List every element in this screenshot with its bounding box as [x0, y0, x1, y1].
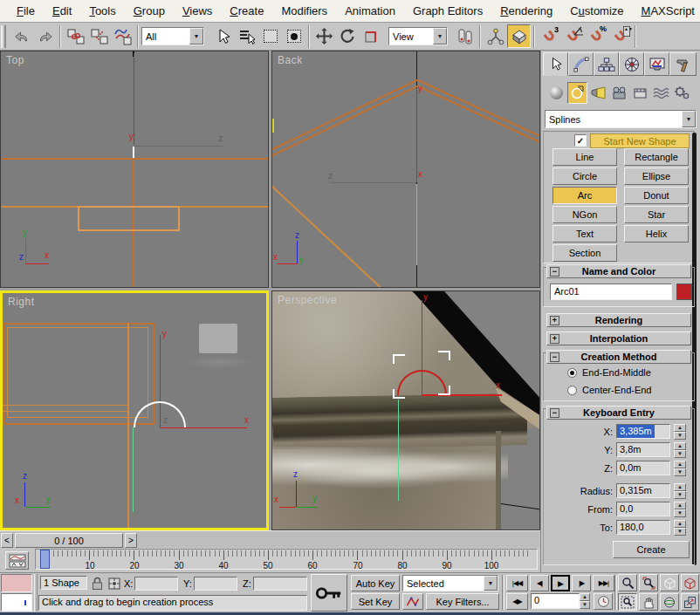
angle-snap-toggle-button[interactable]	[561, 24, 585, 48]
zoom-extents-button[interactable]	[660, 574, 679, 591]
dropdown-arrow-icon[interactable]: ▼	[682, 111, 696, 127]
arc-rotate-button[interactable]	[660, 593, 679, 611]
expand-icon[interactable]: +	[550, 334, 559, 344]
category-systems[interactable]	[672, 82, 692, 104]
create-button[interactable]: Create	[613, 541, 690, 558]
x-coord-field[interactable]	[134, 577, 178, 591]
next-frame-button[interactable]: |▶	[572, 575, 591, 591]
set-keys-button[interactable]	[311, 574, 347, 612]
auto-key-button[interactable]: Auto Key	[351, 575, 400, 591]
tab-motion[interactable]	[619, 52, 644, 76]
object-button-line[interactable]: Line	[552, 148, 617, 166]
category-shapes[interactable]	[567, 82, 587, 104]
radius-entry-field[interactable]: 0,315m	[616, 483, 670, 498]
pan-button[interactable]	[639, 593, 658, 611]
spinner-snap-toggle-button[interactable]: ▲▼	[608, 24, 632, 48]
use-pivot-point-center-button[interactable]	[453, 24, 477, 48]
menu-edit[interactable]: Edit	[45, 1, 79, 21]
viewport-top-label[interactable]: Top	[6, 54, 24, 66]
zoom-all-button[interactable]	[639, 574, 658, 591]
maxscript-listener-pane[interactable]	[1, 593, 32, 612]
open-mini-curve-editor-button[interactable]	[5, 551, 29, 570]
selection-set-dropdown[interactable]: Selected ▼	[402, 575, 498, 591]
menu-maxscript[interactable]: MAXScript	[634, 1, 700, 21]
select-and-manipulate-button[interactable]	[484, 24, 507, 48]
expand-icon[interactable]: +	[550, 316, 559, 325]
object-button-arc[interactable]: Arc	[552, 187, 617, 204]
set-key-button[interactable]: Set Key	[351, 593, 400, 610]
maximize-viewport-toggle-button[interactable]	[681, 593, 699, 611]
keyboard-entry-rollout-header[interactable]: − Keyboard Entry	[546, 406, 691, 420]
menu-modifiers[interactable]: Modifiers	[273, 1, 335, 21]
menu-rendering[interactable]: Rendering	[492, 1, 560, 21]
selection-region-button[interactable]	[258, 24, 282, 48]
bind-to-space-warp-button[interactable]	[111, 24, 134, 48]
object-color-swatch[interactable]	[676, 284, 692, 300]
menu-animation[interactable]: Animation	[337, 1, 403, 21]
category-geometry[interactable]	[546, 82, 566, 104]
from-entry-field[interactable]: 0,0	[616, 502, 670, 516]
viewport-back-label[interactable]: Back	[278, 54, 303, 66]
tab-utilities[interactable]	[669, 52, 697, 76]
menu-group[interactable]: Group	[126, 1, 173, 21]
tab-display[interactable]	[644, 52, 669, 76]
time-slider-handle[interactable]: 0 / 100	[15, 533, 123, 548]
z-coord-field[interactable]	[253, 577, 307, 591]
go-to-start-button[interactable]: |◀◀	[506, 575, 528, 591]
category-cameras[interactable]	[609, 82, 629, 104]
menu-file[interactable]: File	[9, 1, 43, 21]
viewport-perspective-label[interactable]: Perspective	[278, 294, 337, 306]
select-and-rotate-button[interactable]	[336, 24, 360, 48]
object-name-field[interactable]: Arc01	[550, 284, 672, 300]
y-entry-field[interactable]: 3,8m	[616, 442, 670, 457]
reference-coordsys-dropdown[interactable]: View ▼	[388, 27, 448, 45]
object-button-ngon[interactable]: NGon	[552, 206, 617, 223]
zoom-extents-all-button[interactable]	[681, 574, 699, 591]
key-filters-button[interactable]: Key Filters...	[426, 593, 499, 610]
start-new-shape-button[interactable]: Start New Shape	[590, 133, 690, 148]
viewport-perspective[interactable]: Perspective y x z x y	[271, 290, 540, 530]
undo-button[interactable]	[10, 24, 33, 48]
viewport-right[interactable]: Right y x z z x y	[0, 290, 269, 530]
toolbar-drag-handle[interactable]	[1, 25, 6, 48]
object-button-circle[interactable]: Circle	[552, 167, 617, 185]
unlink-selection-button[interactable]	[87, 24, 111, 48]
time-slider-next-button[interactable]: >	[125, 533, 137, 548]
radio-center-end-end[interactable]: Center-End-End	[567, 385, 652, 395]
object-button-ellipse[interactable]: Ellipse	[624, 167, 689, 185]
absolute-offset-toggle[interactable]	[107, 577, 121, 591]
menu-tools[interactable]: Tools	[81, 1, 123, 21]
dropdown-arrow-icon[interactable]: ▼	[484, 576, 498, 591]
go-to-end-button[interactable]: ▶▶|	[593, 575, 614, 591]
zoom-button[interactable]	[618, 574, 637, 591]
spline-category-dropdown[interactable]: Splines ▼	[545, 110, 697, 128]
track-bar-ruler[interactable]: 0 10 20 30 40 50 60 70 80 90 100	[35, 549, 538, 570]
object-button-rectangle[interactable]: Rectangle	[624, 148, 689, 166]
category-space-warps[interactable]	[651, 82, 671, 104]
selection-lock-toggle[interactable]	[91, 576, 104, 591]
to-entry-field[interactable]: 180,0	[616, 520, 670, 535]
x-entry-field[interactable]: 3,385m	[616, 424, 670, 439]
viewport-right-label[interactable]: Right	[8, 296, 35, 308]
frame-spinner[interactable]: ▲▼	[580, 593, 590, 609]
object-button-text[interactable]: Text	[552, 225, 617, 243]
from-entry-spinner[interactable]: ▲▼	[674, 502, 686, 516]
creation-method-rollout-header[interactable]: − Creation Method	[546, 350, 691, 364]
z-entry-spinner[interactable]: ▲▼	[674, 461, 686, 475]
menu-customize[interactable]: Customize	[562, 1, 631, 21]
start-new-shape-checkbox[interactable]: ✓	[574, 134, 587, 147]
maxscript-macro-recorder-pane[interactable]	[1, 574, 32, 592]
viewport-back[interactable]: Back y x z z x y	[271, 51, 540, 288]
percent-snap-toggle-button[interactable]: %	[585, 24, 608, 48]
pane-splitter[interactable]	[34, 574, 38, 612]
select-and-link-button[interactable]	[64, 24, 87, 48]
key-mode-toggle-button[interactable]: ◀▶	[506, 593, 528, 610]
dropdown-arrow-icon[interactable]: ▼	[189, 28, 203, 44]
default-tangent-button[interactable]	[402, 593, 423, 610]
rendering-rollout-header[interactable]: + Rendering	[546, 313, 691, 327]
tab-modify[interactable]	[568, 52, 594, 76]
collapse-icon[interactable]: −	[550, 352, 559, 362]
tab-hierarchy[interactable]	[594, 52, 619, 76]
keyboard-override-toggle-button[interactable]	[507, 24, 531, 48]
select-and-move-button[interactable]	[312, 24, 336, 48]
